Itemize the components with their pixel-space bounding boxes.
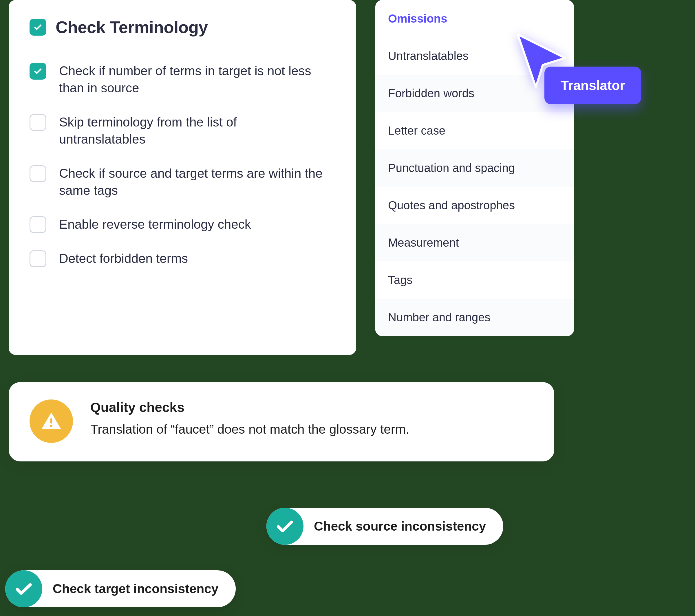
option-checkbox[interactable] <box>30 251 46 267</box>
terminology-master-checkbox[interactable] <box>30 19 46 36</box>
pill-label: Check target inconsistency <box>53 582 218 596</box>
option-checkbox[interactable] <box>30 114 46 131</box>
category-item[interactable]: Quotes and apostrophes <box>375 187 574 224</box>
category-item[interactable]: Untranslatables <box>375 37 574 75</box>
category-item[interactable]: Number and ranges <box>375 299 574 336</box>
terminology-option: Detect forbidden terms <box>30 250 335 267</box>
option-label: Check if number of terms in target is no… <box>59 62 325 97</box>
quality-checks-text: Quality checks Translation of “faucet” d… <box>90 399 409 437</box>
translator-label: Translator <box>561 78 625 93</box>
check-icon <box>33 22 43 32</box>
terminology-title: Check Terminology <box>56 17 208 37</box>
warning-badge <box>30 399 73 443</box>
check-source-inconsistency-pill[interactable]: Check source inconsistency <box>267 508 503 545</box>
pill-check-badge <box>267 508 304 545</box>
check-icon <box>33 66 43 76</box>
svg-point-1 <box>50 425 53 427</box>
terminology-options: Check if number of terms in target is no… <box>30 62 335 267</box>
option-label: Enable reverse terminology check <box>59 216 251 233</box>
quality-checks-message: Translation of “faucet” does not match t… <box>90 422 409 437</box>
option-checkbox[interactable] <box>30 165 46 182</box>
option-label: Check if source and target terms are wit… <box>59 165 325 199</box>
svg-rect-0 <box>50 418 52 424</box>
option-checkbox[interactable] <box>30 63 46 80</box>
categories-card: Omissions Untranslatables Forbidden word… <box>375 0 574 336</box>
category-item[interactable]: Measurement <box>375 224 574 261</box>
quality-checks-card: Quality checks Translation of “faucet” d… <box>9 382 554 461</box>
terminology-option: Check if source and target terms are wit… <box>30 165 335 199</box>
terminology-option: Enable reverse terminology check <box>30 216 335 233</box>
category-item[interactable]: Punctuation and spacing <box>375 149 574 187</box>
terminology-option: Skip terminology from the list of untran… <box>30 114 335 148</box>
pill-check-badge <box>5 570 42 607</box>
category-item[interactable]: Tags <box>375 261 574 299</box>
category-item-omissions[interactable]: Omissions <box>375 0 574 37</box>
pill-label: Check source inconsistency <box>314 519 486 533</box>
warning-icon <box>40 410 63 433</box>
option-label: Detect forbidden terms <box>59 250 188 267</box>
category-item[interactable]: Letter case <box>375 112 574 149</box>
check-target-inconsistency-pill[interactable]: Check target inconsistency <box>5 570 236 607</box>
check-icon <box>14 579 34 599</box>
terminology-card: Check Terminology Check if number of ter… <box>9 0 356 355</box>
quality-checks-title: Quality checks <box>90 399 409 415</box>
translator-role-pill[interactable]: Translator <box>544 67 641 104</box>
terminology-header: Check Terminology <box>30 17 335 37</box>
check-icon <box>275 516 295 536</box>
terminology-option: Check if number of terms in target is no… <box>30 62 335 97</box>
option-label: Skip terminology from the list of untran… <box>59 114 325 148</box>
option-checkbox[interactable] <box>30 216 46 233</box>
